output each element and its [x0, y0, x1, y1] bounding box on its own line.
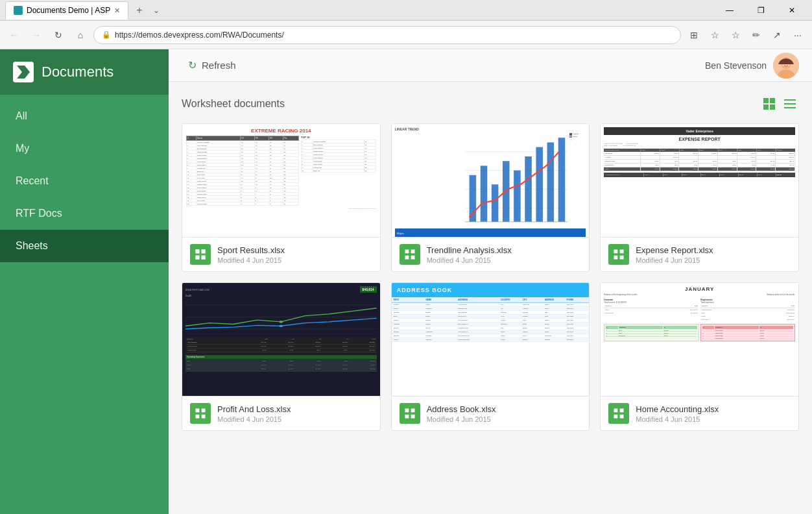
lock-icon: 🔒	[102, 31, 111, 39]
svg-rect-11	[784, 103, 796, 104]
doc-thumbnail-address: ADDRESS BOOK FIRST NAME ADDRESS COUNTRY …	[392, 283, 590, 397]
doc-date-address: Modified 4 Jun 2015	[427, 415, 582, 423]
back-button[interactable]: ←	[5, 26, 23, 44]
browser-tab[interactable]: Documents Demo | ASP ✕	[5, 1, 128, 19]
sidebar-item-my-label: My	[16, 143, 29, 154]
doc-info-trendline: Trendline Analysis.xlsx Modified 4 Jun 2…	[392, 238, 590, 271]
svg-rect-7	[770, 98, 775, 103]
tab-menu-button[interactable]: ⌄	[153, 6, 160, 15]
doc-text-address: Address Book.xlsx Modified 4 Jun 2015	[427, 404, 582, 423]
sidebar-toggle-button[interactable]: ⊞	[685, 26, 703, 44]
user-section: Ben Stevenson	[705, 53, 799, 79]
doc-text-expense: Expense Report.xlsx Modified 4 Jun 2015	[636, 245, 791, 264]
svg-rect-8	[763, 104, 769, 110]
doc-icon-expense	[608, 244, 629, 265]
doc-date-sport-results: Modified 4 Jun 2015	[217, 256, 372, 264]
doc-icon-pl	[190, 403, 211, 424]
doc-name-sport-results: Sport Results.xlsx	[217, 245, 372, 255]
sidebar: Documents All My Recent RTF Docs Sheets	[0, 49, 169, 514]
home-button[interactable]: ⌂	[71, 26, 90, 44]
new-tab-button[interactable]: +	[131, 2, 147, 19]
doc-text-trendline: Trendline Analysis.xlsx Modified 4 Jun 2…	[427, 245, 582, 264]
sidebar-item-sheets[interactable]: Sheets	[0, 230, 169, 262]
doc-info-expense: Expense Report.xlsx Modified 4 Jun 2015	[601, 238, 798, 271]
doc-name-home: Home Accounting.xlsx	[636, 404, 791, 414]
section-header: Worksheet documents	[182, 95, 799, 113]
sidebar-item-my[interactable]: My	[0, 132, 169, 165]
svg-rect-10	[784, 99, 796, 101]
doc-text-sport-results: Sport Results.xlsx Modified 4 Jun 2015	[217, 245, 372, 264]
window-controls: — ❐ ✕	[715, 1, 807, 19]
doc-card-home[interactable]: JANUARY Balance at the beginning of the …	[600, 282, 799, 431]
address-bar[interactable]: 🔒 https://demos.devexpress.com/RWA/Docum…	[93, 26, 681, 44]
svg-rect-19	[492, 184, 499, 222]
svg-rect-9	[770, 104, 775, 110]
minimize-button[interactable]: —	[715, 1, 745, 19]
url-text: https://demos.devexpress.com/RWA/Documen…	[115, 31, 284, 40]
sidebar-item-recent[interactable]: Recent	[0, 165, 169, 197]
sidebar-nav: All My Recent RTF Docs Sheets	[0, 95, 169, 262]
svg-rect-12	[784, 107, 796, 108]
svg-rect-17	[470, 175, 477, 222]
user-name: Ben Stevenson	[705, 60, 767, 71]
top-bar: ↻ Refresh Ben Stevenson	[169, 49, 812, 82]
notes-button[interactable]: ✏	[747, 26, 765, 44]
app-container: Documents All My Recent RTF Docs Sheets	[0, 49, 812, 514]
sidebar-item-all[interactable]: All	[0, 100, 169, 132]
reload-button[interactable]: ↻	[49, 26, 67, 44]
svg-rect-18	[481, 165, 488, 221]
avatar-image	[773, 53, 799, 79]
favorites-button[interactable]: ☆	[706, 26, 724, 44]
close-tab-button[interactable]: ✕	[114, 6, 120, 15]
svg-rect-25	[558, 138, 566, 222]
doc-card-expense[interactable]: Vader Enterprises EXPENSE REPORT SUBMITT…	[600, 123, 799, 272]
doc-card-trendline[interactable]: LINEAR TREND	[391, 123, 590, 272]
svg-rect-22	[525, 156, 532, 222]
doc-icon-sport-results	[190, 244, 211, 265]
view-controls	[760, 95, 799, 113]
more-button[interactable]: ···	[789, 26, 807, 44]
close-button[interactable]: ✕	[777, 1, 807, 19]
refresh-label: Refresh	[202, 60, 236, 71]
doc-text-home: Home Accounting.xlsx Modified 4 Jun 2015	[636, 404, 791, 423]
doc-thumbnail-pl: 2018 PROFIT AND LOSS $40,614 DevAV	[182, 283, 380, 397]
tab-favicon	[14, 6, 23, 15]
doc-date-expense: Modified 4 Jun 2015	[636, 256, 791, 264]
sidebar-item-recent-label: Recent	[16, 175, 49, 186]
doc-card-pl[interactable]: 2018 PROFIT AND LOSS $40,614 DevAV	[182, 282, 381, 431]
logo-icon	[17, 66, 30, 79]
browser-toolbar: ← → ↻ ⌂ 🔒 https://demos.devexpress.com/R…	[0, 21, 812, 49]
doc-date-trendline: Modified 4 Jun 2015	[427, 256, 582, 264]
doc-info-home: Home Accounting.xlsx Modified 4 Jun 2015	[601, 397, 798, 430]
doc-icon-home	[608, 403, 629, 424]
sidebar-item-rtf-label: RTF Docs	[16, 208, 62, 219]
doc-card-address[interactable]: ADDRESS BOOK FIRST NAME ADDRESS COUNTRY …	[391, 282, 590, 431]
sidebar-item-sheets-label: Sheets	[16, 240, 48, 251]
tab-title: Documents Demo | ASP	[27, 6, 110, 15]
restore-button[interactable]: ❐	[746, 1, 776, 19]
section-title: Worksheet documents	[182, 98, 285, 110]
share-button[interactable]: ↗	[768, 26, 786, 44]
doc-text-pl: Profit And Loss.xlsx Modified 4 Jun 2015	[217, 404, 372, 423]
forward-button[interactable]: →	[27, 26, 45, 44]
refresh-icon: ↻	[188, 59, 197, 71]
browser-titlebar: Documents Demo | ASP ✕ + ⌄ — ❐ ✕	[0, 0, 812, 21]
doc-name-trendline: Trendline Analysis.xlsx	[427, 245, 582, 255]
doc-card-sport-results[interactable]: EXTREME RACING 2014 # Name R1	[182, 123, 381, 272]
doc-date-home: Modified 4 Jun 2015	[636, 415, 791, 423]
svg-point-31	[279, 324, 283, 327]
sidebar-header: Documents	[0, 49, 169, 95]
svg-point-30	[279, 321, 283, 323]
grid-view-icon	[763, 97, 776, 110]
doc-info-address: Address Book.xlsx Modified 4 Jun 2015	[392, 397, 590, 430]
user-avatar[interactable]	[773, 53, 799, 79]
refresh-button[interactable]: ↻ Refresh	[182, 55, 243, 75]
svg-rect-6	[763, 98, 769, 103]
grid-view-button[interactable]	[760, 95, 778, 113]
hub-button[interactable]: ☆	[726, 26, 745, 44]
main-content: ↻ Refresh Ben Stevenson	[169, 49, 812, 514]
sidebar-item-rtf[interactable]: RTF Docs	[0, 197, 169, 230]
content-area: Worksheet documents	[169, 82, 812, 514]
doc-date-pl: Modified 4 Jun 2015	[217, 415, 372, 423]
list-view-button[interactable]	[781, 95, 799, 113]
